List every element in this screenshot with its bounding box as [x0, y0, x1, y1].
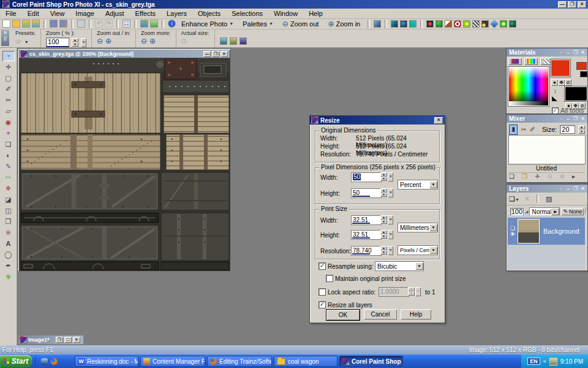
enhance-photo-dropdown[interactable]: Enhance Photo ▼	[178, 20, 237, 28]
transparent-corner-icon[interactable]	[552, 96, 557, 101]
color-style-icon[interactable]: ●	[551, 79, 558, 86]
save-as-icon[interactable]	[59, 20, 67, 28]
spiral-icon[interactable]	[454, 20, 461, 28]
background-material-swatch[interactable]	[580, 71, 587, 77]
taskbar-task-browser[interactable]: Editing Trainz/Software ...	[207, 356, 272, 367]
tool-background-eraser[interactable]: ◫	[2, 205, 15, 216]
tool-preset-shapes[interactable]: ◯	[2, 250, 15, 260]
fit-window-icon[interactable]	[220, 37, 227, 45]
ok-button[interactable]: OK	[326, 309, 360, 321]
materials-title-bar[interactable]: Materials ◦–❐✕	[507, 48, 587, 56]
resize-all-layers-checkbox[interactable]: ✓	[318, 301, 326, 309]
menu-image[interactable]: Image	[70, 9, 100, 18]
tool-airbrush[interactable]: ✏	[2, 172, 15, 183]
photo-icon[interactable]	[445, 20, 452, 28]
tool-red-eye[interactable]: ◉	[2, 117, 15, 128]
dark-moon-icon[interactable]	[400, 20, 407, 28]
print-height-slider[interactable]: ≡	[388, 230, 393, 239]
mixer-size-spinner[interactable]: ▲▼	[578, 125, 585, 134]
minimize-icon[interactable]: –	[565, 186, 571, 191]
tool-color-changer[interactable]: ❖	[2, 183, 15, 194]
language-indicator[interactable]: EN	[527, 358, 540, 365]
layers-title-bar[interactable]: Layers ◦–❐✕	[507, 185, 587, 193]
script-run-icon[interactable]	[374, 20, 381, 28]
print-width-slider[interactable]: ≡	[388, 215, 393, 224]
resample-checkbox[interactable]: ✓	[318, 263, 326, 270]
maximize-button[interactable]: □	[64, 337, 72, 343]
hatch-icon[interactable]	[472, 20, 480, 28]
taskbar-task-folder[interactable]: coal wagon	[274, 356, 337, 367]
menu-window[interactable]: Window	[268, 9, 303, 18]
start-button[interactable]: Start	[0, 355, 32, 367]
tool-picture-tube[interactable]: ❀	[2, 228, 15, 238]
taskbar-task-word[interactable]: W Reskinning.doc - Microso...	[75, 356, 138, 367]
print-resolution-spinner[interactable]: ▲▼	[380, 246, 387, 255]
opacity-slider-icon[interactable]: ◢	[525, 209, 528, 214]
close-button[interactable]: ✕	[73, 337, 80, 343]
tool-selection[interactable]: ▢	[2, 73, 15, 83]
pixel-width-spinner[interactable]: ▲▼	[380, 172, 387, 181]
tray-expand-icon[interactable]: «	[543, 358, 546, 364]
transparent-style-icon[interactable]: ⊘	[565, 79, 571, 86]
lock-icon[interactable]	[585, 210, 586, 213]
menu-help[interactable]: Help	[303, 9, 328, 18]
pixel-height-slider[interactable]: ≡	[388, 188, 393, 197]
zoom-in-icon[interactable]: ⊕	[105, 37, 111, 45]
maximize-icon[interactable]: ❐	[572, 50, 579, 55]
tool-pen[interactable]: ✒	[2, 261, 15, 271]
new-icon[interactable]	[2, 20, 10, 28]
menu-effects[interactable]: Effects	[130, 9, 161, 18]
help-button[interactable]: Help	[401, 309, 431, 320]
hand-icon[interactable]: ☞	[15, 37, 22, 46]
cancel-button[interactable]: Cancel	[364, 309, 397, 320]
new-layer-icon[interactable]: ❏▼	[509, 195, 519, 203]
palettes-dropdown[interactable]: Palettes ▼	[239, 20, 277, 28]
print-unit-combo[interactable]: Millimeters ▼	[398, 223, 438, 232]
browse-icon[interactable]	[22, 20, 30, 28]
chevron-down-icon[interactable]: ▼	[24, 40, 29, 44]
maximize-icon[interactable]: ❐	[572, 186, 579, 191]
mixer-tube-tool[interactable]: ▮	[509, 125, 518, 135]
minimize-icon[interactable]: –	[565, 50, 571, 55]
minimize-button[interactable]: —	[203, 51, 211, 57]
print-height-spinner[interactable]: ▲▼	[380, 230, 387, 239]
tool-eraser[interactable]: ◪	[2, 194, 15, 205]
zoom-in-button[interactable]: ⊕ Zoom in	[324, 20, 364, 28]
close-icon[interactable]: ✕	[434, 117, 443, 124]
visibility-eye-icon[interactable]: 👁	[508, 231, 518, 237]
link-set-button[interactable]: ✎None	[561, 208, 584, 215]
palette-grip[interactable]: ✕⣿	[1, 30, 9, 46]
print-icon[interactable]	[77, 20, 85, 28]
tool-dodge-burn[interactable]: ◐	[2, 150, 15, 161]
menu-layers[interactable]: Layers	[161, 9, 192, 18]
restore-button[interactable]: ❐	[568, 1, 576, 8]
mixer-knife-tool[interactable]: ✂	[521, 126, 526, 134]
zoom-percent-input[interactable]: 100	[46, 37, 69, 47]
tool-move[interactable]: ✛	[2, 62, 15, 72]
tool-clone-brush[interactable]: ❏	[2, 139, 15, 150]
gradient-style-icon[interactable]: ❖	[558, 79, 565, 86]
green-square-icon[interactable]	[409, 20, 417, 28]
save-icon[interactable]	[50, 20, 58, 28]
actual-size-icon[interactable]: ⊙	[181, 37, 187, 45]
mixer-new-page-icon[interactable]: ❏	[509, 173, 514, 180]
scan-icon[interactable]	[32, 20, 40, 28]
maintain-print-size-checkbox[interactable]	[326, 275, 333, 282]
frame-tab[interactable]	[508, 58, 522, 65]
background-color-swatch[interactable]	[565, 86, 587, 101]
taskbar-task-content-manager[interactable]: Content Manager Plus	[140, 356, 205, 367]
full-screen-icon[interactable]	[239, 37, 247, 45]
image-window-title-bar[interactable]: cs_skin_grey.tga @ 100% (Background) — ❐…	[19, 50, 230, 58]
edit-selection-icon[interactable]: ▨	[546, 195, 552, 203]
tool-warp-brush[interactable]: ✾	[2, 272, 15, 282]
tool-paint-brush[interactable]: ✎	[2, 161, 15, 172]
menu-file[interactable]: File	[0, 9, 22, 18]
tool-makeover[interactable]: ✦	[2, 128, 15, 139]
yellow-ring-icon[interactable]	[463, 20, 470, 28]
pin-icon[interactable]: ◦	[557, 186, 564, 191]
zoom-in-more-icon[interactable]: ⊕	[149, 37, 156, 45]
tool-flood-fill[interactable]: ❒	[2, 217, 15, 227]
menu-view[interactable]: View	[45, 9, 70, 18]
mixer-open-icon[interactable]: ❐	[522, 173, 527, 180]
layer-row-background[interactable]: ❏ 👁 Background	[508, 218, 585, 245]
